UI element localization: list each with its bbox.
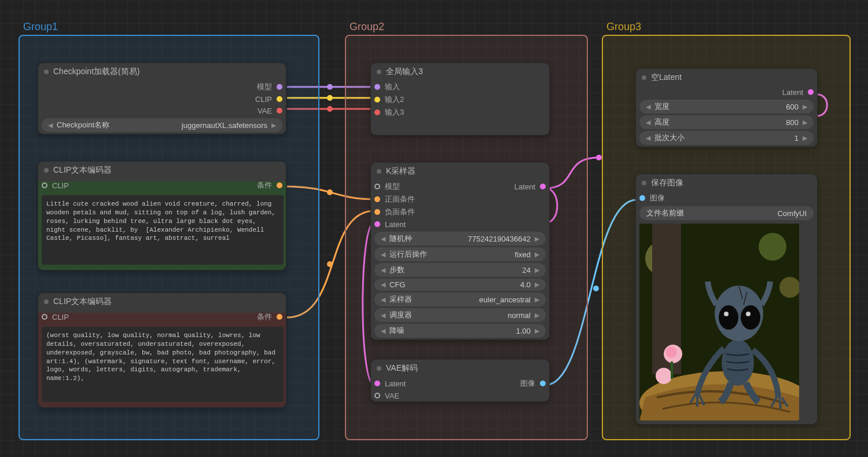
node-global-inputs[interactable]: 全局输入3 输入 输入2 输入3 bbox=[370, 63, 550, 136]
param-seed[interactable]: ◀随机种775242190436642▶ bbox=[374, 232, 546, 246]
svg-point-3 bbox=[327, 189, 333, 195]
node-empty-latent[interactable]: 空Latent Latent ◀宽度600▶ ◀高度800▶ ◀批次大小1▶ bbox=[635, 68, 818, 147]
group-2-title: Group2 bbox=[350, 21, 384, 33]
group-1-title: Group1 bbox=[23, 21, 58, 33]
port-out-model[interactable] bbox=[277, 84, 282, 90]
chevron-right-icon[interactable]: ▶ bbox=[270, 122, 278, 129]
output-preview-image bbox=[639, 224, 799, 421]
node-clip-encode-negative[interactable]: CLIP文本编码器 CLIP 条件 bbox=[38, 293, 286, 408]
param-scheduler[interactable]: ◀调度器normal▶ bbox=[374, 308, 546, 322]
param-width[interactable]: ◀宽度600▶ bbox=[639, 100, 814, 114]
node-save-image[interactable]: 保存图像 图像 文件名前缀 ComfyUI bbox=[635, 174, 818, 425]
port-in-3[interactable] bbox=[374, 109, 380, 115]
svg-point-14 bbox=[665, 346, 677, 358]
node-title: CLIP文本编码器 bbox=[53, 297, 112, 307]
node-clip-encode-positive[interactable]: CLIP文本编码器 CLIP 条件 bbox=[38, 161, 286, 270]
port-in-clip[interactable] bbox=[42, 182, 47, 188]
port-out-conditioning[interactable] bbox=[277, 314, 282, 320]
node-title: VAE解码 bbox=[386, 363, 418, 374]
node-title: Checkpoint加载器(简易) bbox=[53, 67, 139, 77]
node-checkpoint-loader[interactable]: Checkpoint加载器(简易) 模型 CLIP VAE ◀ Checkpoi… bbox=[38, 63, 286, 134]
negative-prompt-input[interactable] bbox=[42, 327, 284, 402]
svg-point-0 bbox=[327, 84, 333, 90]
node-title: K采样器 bbox=[386, 166, 415, 177]
port-in-vae[interactable] bbox=[374, 393, 380, 398]
svg-point-2 bbox=[327, 106, 333, 112]
node-vae-decode[interactable]: VAE解码 Latent 图像 VAE bbox=[370, 359, 550, 402]
param-denoise[interactable]: ◀降噪1.00▶ bbox=[374, 324, 546, 338]
port-out-conditioning[interactable] bbox=[277, 182, 282, 188]
port-out-latent[interactable] bbox=[808, 89, 814, 95]
port-in-image[interactable] bbox=[639, 195, 645, 201]
node-ksampler[interactable]: K采样器 模型 Latent 正面条件 负面条件 Latent ◀随机种7752… bbox=[370, 162, 550, 340]
port-out-latent[interactable] bbox=[540, 184, 546, 189]
port-in-clip[interactable] bbox=[42, 314, 47, 320]
node-title: 保存图像 bbox=[651, 178, 683, 188]
param-cfg[interactable]: ◀CFG4.0▶ bbox=[374, 279, 546, 291]
param-sampler[interactable]: ◀采样器euler_ancestral▶ bbox=[374, 293, 546, 306]
node-title: 空Latent bbox=[651, 72, 682, 83]
port-in-model[interactable] bbox=[374, 184, 380, 189]
svg-point-5 bbox=[596, 155, 602, 160]
port-in-latent[interactable] bbox=[374, 221, 380, 227]
node-title: 全局输入3 bbox=[386, 67, 423, 77]
port-in-positive[interactable] bbox=[374, 196, 380, 202]
param-after-generate[interactable]: ◀运行后操作fixed▶ bbox=[374, 247, 546, 261]
svg-point-9 bbox=[759, 233, 786, 261]
chevron-left-icon[interactable]: ◀ bbox=[46, 122, 54, 129]
port-out-image[interactable] bbox=[540, 381, 546, 386]
param-filename-prefix[interactable]: 文件名前缀 ComfyUI bbox=[639, 206, 814, 220]
svg-point-6 bbox=[593, 286, 599, 291]
svg-point-15 bbox=[656, 368, 672, 384]
group-3-title: Group3 bbox=[606, 21, 641, 33]
svg-point-21 bbox=[724, 312, 729, 316]
port-in-negative[interactable] bbox=[374, 209, 380, 215]
svg-point-1 bbox=[327, 95, 333, 101]
port-in-1[interactable] bbox=[374, 84, 380, 90]
param-steps[interactable]: ◀步数24▶ bbox=[374, 263, 546, 277]
port-in-latent[interactable] bbox=[374, 381, 380, 386]
svg-rect-16 bbox=[671, 361, 673, 379]
svg-point-19 bbox=[719, 305, 738, 330]
port-out-clip[interactable] bbox=[277, 96, 282, 102]
positive-prompt-input[interactable] bbox=[42, 195, 284, 265]
svg-point-4 bbox=[327, 261, 333, 267]
param-checkpoint-name[interactable]: ◀ Checkpoint名称 juggernautXL.safetensors … bbox=[42, 118, 282, 132]
node-title: CLIP文本编码器 bbox=[53, 165, 112, 176]
port-out-vae[interactable] bbox=[277, 108, 282, 114]
param-height[interactable]: ◀高度800▶ bbox=[639, 115, 814, 129]
svg-point-22 bbox=[746, 312, 751, 316]
port-in-2[interactable] bbox=[374, 97, 380, 103]
svg-point-20 bbox=[741, 305, 760, 330]
param-batch-size[interactable]: ◀批次大小1▶ bbox=[639, 131, 814, 145]
